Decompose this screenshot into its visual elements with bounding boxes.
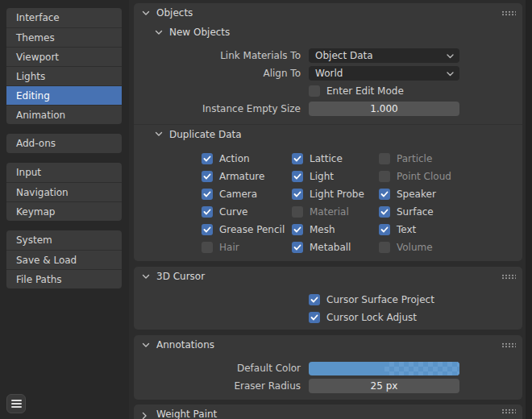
instance-empty-size-field[interactable]: 1.000	[309, 102, 459, 116]
sidebar-group-addons: Add-ons	[6, 134, 122, 153]
lattice-checkbox[interactable]	[292, 153, 303, 164]
checkbox-label: Text	[397, 224, 416, 235]
dup-item-material: Material	[292, 203, 379, 221]
sidebar-group-system: System Save & Load File Paths	[6, 230, 122, 288]
panel-drag-grip-icon[interactable]	[501, 342, 516, 348]
panel-title: 3D Cursor	[156, 271, 205, 282]
volume-checkbox[interactable]	[379, 242, 390, 253]
speaker-checkbox[interactable]	[379, 189, 390, 200]
field-value: 25 px	[371, 380, 398, 392]
dup-item-light-probe: Light Probe	[292, 185, 379, 203]
checkbox-label: Mesh	[310, 224, 335, 235]
preferences-menu-button[interactable]	[6, 394, 26, 413]
sidebar-item-lights[interactable]: Lights	[6, 66, 122, 85]
panel-title: Annotations	[156, 339, 214, 351]
panel-drag-grip-icon[interactable]	[501, 274, 516, 280]
sidebar-item-input[interactable]: Input	[6, 163, 122, 182]
surface-checkbox[interactable]	[379, 206, 390, 218]
preferences-window: Interface Themes Viewport Lights Editing…	[0, 0, 532, 419]
chevron-right-icon	[142, 412, 150, 417]
sidebar-item-interface[interactable]: Interface	[6, 8, 122, 27]
panel-drag-grip-icon[interactable]	[501, 409, 516, 414]
link-materials-label: Link Materials To	[134, 50, 309, 61]
light-checkbox[interactable]	[292, 171, 303, 182]
panel-3d-cursor-header[interactable]: 3D Cursor	[134, 267, 522, 286]
subpanel-new-objects-header[interactable]: New Objects	[134, 23, 522, 42]
checkbox-label: Cursor Surface Project	[326, 294, 434, 305]
instance-empty-size-row: Instance Empty Size 1.000	[134, 100, 522, 118]
panel-3d-cursor: 3D Cursor Cursor Surface Project Cur	[134, 267, 522, 330]
enter-edit-mode-checkbox[interactable]	[309, 85, 320, 97]
panel-title: Weight Paint	[156, 409, 217, 419]
sidebar-item-system[interactable]: System	[6, 230, 122, 250]
sidebar-item-keymap[interactable]: Keymap	[6, 201, 122, 221]
sidebar-item-viewport[interactable]: Viewport	[6, 47, 122, 66]
link-materials-dropdown[interactable]: Object Data	[309, 48, 459, 63]
dup-item-camera: Camera	[202, 185, 292, 203]
sidebar-item-file-paths[interactable]: File Paths	[6, 269, 122, 288]
eraser-radius-field[interactable]: 25 px	[309, 379, 459, 393]
sidebar-item-save-load[interactable]: Save & Load	[6, 250, 122, 269]
chevron-down-icon	[142, 342, 150, 348]
align-to-dropdown[interactable]: World	[309, 66, 459, 81]
dup-item-grease-pencil: Grease Pencil	[202, 221, 292, 239]
sidebar-item-themes[interactable]: Themes	[6, 27, 122, 47]
grease-pencil-checkbox[interactable]	[202, 224, 213, 235]
mesh-checkbox[interactable]	[292, 224, 303, 235]
sidebar-item-addons[interactable]: Add-ons	[6, 134, 122, 153]
dup-item-hair: Hair	[202, 239, 292, 256]
panel-weight-paint-header[interactable]: Weight Paint	[134, 404, 522, 419]
duplicate-data-column-1: Action Armature Camera Curve	[202, 150, 292, 256]
dup-item-metaball: Metaball	[292, 239, 379, 256]
subpanel-duplicate-data-header[interactable]: Duplicate Data	[134, 124, 522, 143]
armature-checkbox[interactable]	[202, 171, 213, 182]
default-color-label: Default Color	[134, 363, 309, 374]
scrollbar-gutter[interactable]	[526, 0, 532, 419]
panel-drag-grip-icon[interactable]	[501, 10, 516, 16]
dup-item-point-cloud: Point Cloud	[379, 168, 500, 185]
default-color-swatch[interactable]	[309, 362, 459, 375]
sidebar-item-animation[interactable]: Animation	[6, 105, 122, 124]
instance-empty-size-label: Instance Empty Size	[134, 103, 309, 114]
subpanel-title: New Objects	[169, 27, 230, 38]
text-checkbox[interactable]	[379, 224, 390, 235]
cursor-lock-adjust-checkbox[interactable]	[309, 312, 320, 323]
camera-checkbox[interactable]	[202, 189, 213, 200]
duplicate-data-grid: Action Armature Camera Curve	[134, 143, 522, 261]
eraser-radius-label: Eraser Radius	[134, 380, 309, 392]
sidebar-group-interface: Interface Themes Viewport Lights Editing…	[6, 8, 122, 124]
panel-annotations: Annotations Default Color Eraser Radius …	[134, 335, 522, 400]
dup-item-volume: Volume	[379, 239, 500, 256]
enter-edit-mode-row: Enter Edit Mode	[134, 82, 522, 100]
color-swatch-alpha-checker	[384, 362, 460, 375]
checkbox-label: Camera	[219, 189, 257, 200]
checkbox-label: Speaker	[397, 189, 436, 200]
hair-checkbox[interactable]	[202, 242, 213, 253]
cursor-surface-project-checkbox[interactable]	[309, 294, 320, 305]
duplicate-data-column-2: Lattice Light Light Probe Material	[292, 150, 379, 256]
sidebar-item-navigation[interactable]: Navigation	[6, 182, 122, 201]
eraser-radius-row: Eraser Radius 25 px	[134, 377, 522, 395]
action-checkbox[interactable]	[202, 153, 213, 164]
material-checkbox[interactable]	[292, 206, 303, 218]
panel-objects-header[interactable]: Objects	[134, 3, 522, 23]
chevron-down-icon	[142, 274, 150, 280]
checkbox-label: Light Probe	[310, 189, 364, 200]
checkbox-label: Point Cloud	[397, 171, 451, 182]
chevron-down-icon	[447, 68, 454, 79]
sidebar-item-editing[interactable]: Editing	[6, 85, 122, 105]
light-probe-checkbox[interactable]	[292, 189, 303, 200]
metaball-checkbox[interactable]	[292, 242, 303, 253]
dup-item-particle: Particle	[379, 150, 500, 168]
point-cloud-checkbox[interactable]	[379, 171, 390, 182]
preferences-main: Objects New Objects Link Materials To Ob…	[129, 0, 532, 419]
dup-item-lattice: Lattice	[292, 150, 379, 168]
curve-checkbox[interactable]	[202, 206, 213, 218]
panel-annotations-header[interactable]: Annotations	[134, 335, 522, 355]
checkbox-label: Action	[219, 153, 250, 164]
particle-checkbox[interactable]	[379, 153, 390, 164]
panel-objects: Objects New Objects Link Materials To Ob…	[134, 3, 522, 261]
checkbox-label: Material	[310, 206, 349, 218]
checkbox-label: Hair	[219, 242, 239, 253]
checkbox-label: Surface	[397, 206, 434, 218]
